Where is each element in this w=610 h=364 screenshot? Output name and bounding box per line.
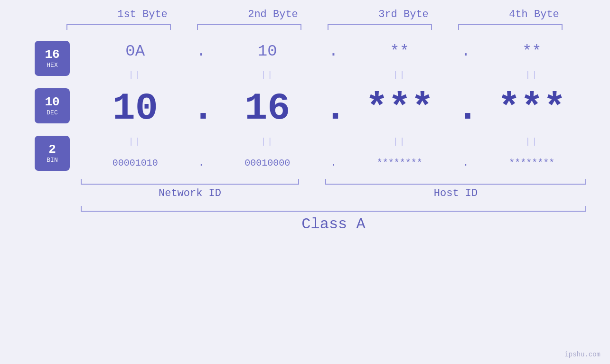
hex-badge: 16 HEX	[35, 41, 70, 76]
eq-b4: ||	[479, 70, 584, 80]
byte-headers: 1st Byte 2nd Byte 3rd Byte 4th Byte	[0, 0, 610, 20]
dec-d1: .	[192, 87, 211, 130]
eq-b2: ||	[215, 70, 319, 80]
byte4-header: 4th Byte	[469, 9, 600, 20]
hex-b1: 0A	[83, 42, 188, 60]
byte3-header: 3rd Byte	[338, 9, 469, 20]
eq2-b4: ||	[479, 137, 584, 146]
dec-b1: 10	[83, 87, 188, 130]
class-bracket	[81, 206, 586, 212]
class-a-label: Class A	[81, 215, 586, 233]
eq2-b1: ||	[83, 137, 188, 146]
watermark: ipshu.com	[564, 351, 601, 358]
dec-badge: 10 DEC	[35, 88, 70, 123]
bin-d1: .	[192, 158, 211, 168]
main-container: 1st Byte 2nd Byte 3rd Byte 4th Byte 16 H…	[0, 0, 610, 364]
content-area: 16 HEX 10 DEC 2 BIN 0A . 10 . ** . **	[0, 35, 610, 177]
hex-d3: .	[456, 42, 475, 60]
bin-badge: 2 BIN	[35, 136, 70, 171]
class-bracket-container	[0, 206, 610, 212]
bin-d3: .	[456, 158, 475, 168]
data-rows: 0A . 10 . ** . ** || || || || 10	[81, 35, 586, 177]
bin-b3: ********	[347, 158, 452, 168]
bracket-b2	[197, 24, 301, 30]
network-id-label: Network ID	[81, 187, 299, 199]
byte2-header: 2nd Byte	[208, 9, 338, 20]
eq-b3: ||	[347, 70, 452, 80]
host-bracket	[325, 179, 586, 185]
bottom-brackets	[0, 179, 610, 185]
hex-b4: **	[479, 42, 584, 60]
dec-b3: ***	[347, 87, 452, 130]
dec-b4: ***	[479, 87, 584, 130]
hex-row: 0A . 10 . ** . **	[81, 35, 586, 68]
eq2-b2: ||	[215, 137, 319, 146]
bin-d2: .	[324, 158, 343, 168]
hex-b3: **	[347, 42, 452, 60]
eq2-b3: ||	[347, 137, 452, 146]
bin-b2: 00010000	[215, 158, 319, 168]
network-bracket	[81, 179, 299, 185]
bin-row: 00001010 . 00010000 . ******** . *******…	[81, 149, 586, 177]
host-id-label: Host ID	[325, 187, 586, 199]
bracket-b3	[328, 24, 432, 30]
eq-row2: || || || ||	[81, 134, 586, 149]
eq-b1: ||	[83, 70, 188, 80]
dec-d2: .	[324, 87, 343, 130]
dec-row: 10 . 16 . *** . ***	[81, 82, 586, 134]
eq-row1: || || || ||	[81, 68, 586, 82]
byte1-header: 1st Byte	[77, 9, 208, 20]
id-labels: Network ID Host ID	[0, 187, 610, 199]
hex-d1: .	[192, 42, 211, 60]
bin-b1: 00001010	[83, 158, 188, 168]
bracket-b4	[458, 24, 563, 30]
top-brackets	[0, 24, 610, 30]
dec-b2: 16	[215, 87, 319, 130]
hex-d2: .	[324, 42, 343, 60]
bracket-b1	[66, 24, 171, 30]
class-a-container: Class A	[0, 215, 610, 233]
dec-d3: .	[456, 87, 475, 130]
hex-b2: 10	[215, 42, 319, 60]
bin-b4: ********	[479, 158, 584, 168]
badge-column: 16 HEX 10 DEC 2 BIN	[24, 35, 81, 177]
